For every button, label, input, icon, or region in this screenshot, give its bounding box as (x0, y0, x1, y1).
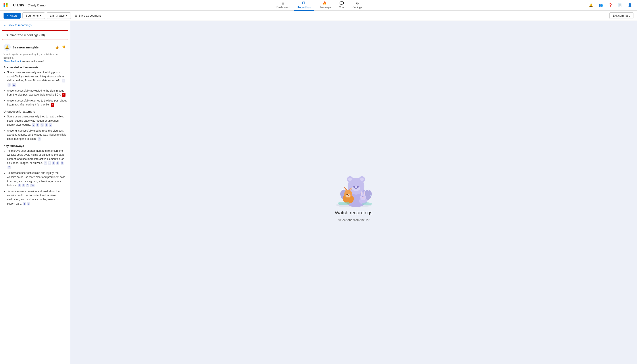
save-segment-label: Save as segment (79, 14, 101, 17)
ref-tag[interactable]: 3 (26, 184, 29, 187)
nav-item-recordings[interactable]: Recordings (294, 0, 314, 11)
svg-point-39 (368, 190, 369, 191)
nav-label-recordings: Recordings (297, 6, 311, 9)
nav-center: ⊞ Dashboard Recordings 🔥 Heatmaps 💬 Chat… (53, 0, 586, 11)
svg-point-14 (355, 188, 357, 189)
insights-ai-disclaimer: Your insights are powered by AI, so mist… (4, 52, 67, 60)
nav-item-chat[interactable]: 💬 Chat (335, 0, 348, 11)
summarized-recordings-row[interactable]: Summarized recordings (10) › (2, 30, 68, 40)
main-view: Watch recordings Select one from the lis… (70, 21, 637, 364)
sidebar: ← Back to recordings Summarized recordin… (0, 21, 70, 364)
document-icon[interactable]: 📄 (617, 2, 624, 9)
ref-tag[interactable]: 8 (57, 162, 60, 165)
nav-item-heatmaps[interactable]: 🔥 Heatmaps (315, 0, 335, 11)
project-name: Clarity Demo (28, 4, 46, 7)
filters-button[interactable]: ≡ Filters (4, 12, 21, 18)
feedback-icons: 👍 👎 (54, 45, 67, 49)
ref-tag[interactable]: 1 (22, 184, 25, 187)
ref-tag[interactable]: 4 (18, 184, 21, 187)
session-insights-panel: 🔔 Session insights 👍 👎 Your insights are… (0, 41, 70, 364)
nav-label-chat: Chat (339, 6, 344, 9)
settings-icon: ⚙ (356, 1, 359, 5)
svg-marker-1 (305, 2, 306, 3)
section-title-takeaways: Key takeaways (4, 144, 67, 148)
insights-avatar-icon: 🔔 (4, 44, 11, 51)
svg-point-8 (360, 178, 364, 181)
takeaways-list: To improve user engagement and retention… (4, 149, 67, 206)
summarized-chevron-icon: › (64, 34, 64, 37)
nav-item-dashboard[interactable]: ⊞ Dashboard (273, 0, 293, 11)
ref-tag-highlighted[interactable]: 4 (62, 93, 66, 97)
top-nav: Clarity Clarity Demo ▾ ⊞ Dashboard Recor… (0, 0, 637, 10)
svg-point-30 (360, 194, 366, 200)
date-range-button[interactable]: Last 3 days ▾ (47, 12, 71, 19)
segments-chevron-icon: ▾ (40, 14, 42, 17)
segments-label: Segments (26, 14, 39, 17)
list-item: To increase user conversion and loyalty,… (7, 171, 67, 187)
nav-right-icons: 🔔 👥 ❓ 📄 👤 (587, 2, 633, 9)
achievements-list: Some users successfully read the blog po… (4, 70, 67, 107)
thumbdown-icon[interactable]: 👎 (61, 45, 67, 49)
list-item: To improve user engagement and retention… (7, 149, 67, 170)
ref-tag[interactable]: 2 (44, 162, 47, 165)
ref-tag[interactable]: 7 (8, 166, 11, 169)
ref-tag[interactable]: 1 (62, 79, 65, 82)
ref-tag[interactable]: 8 (45, 123, 48, 127)
account-icon[interactable]: 👤 (626, 2, 633, 9)
project-chevron-icon: ▾ (47, 4, 48, 6)
svg-point-42 (338, 202, 350, 205)
nav-label-settings: Settings (352, 6, 362, 9)
thumbup-icon[interactable]: 👍 (54, 45, 60, 49)
dashboard-icon: ⊞ (281, 1, 284, 5)
ref-tag[interactable]: 6 (52, 162, 55, 165)
ref-tag[interactable]: 7 (27, 202, 30, 206)
share-feedback-suffix: so we can improve! (22, 60, 44, 62)
back-label: Back to recordings (8, 24, 32, 27)
brand-divider (10, 3, 11, 8)
list-item: A user successfully navigated to the sig… (7, 89, 67, 97)
ref-tag[interactable]: 10 (30, 184, 35, 187)
svg-point-6 (348, 178, 352, 181)
notifications-icon[interactable]: 🔔 (587, 2, 594, 9)
unsuccessful-list: Some users unsuccessfully tried to read … (4, 114, 67, 141)
exit-summary-button[interactable]: Exit summary (609, 12, 633, 19)
share-icon[interactable]: 👥 (597, 2, 604, 9)
ref-tag[interactable]: 5 (36, 123, 39, 127)
microsoft-logo (4, 3, 8, 7)
svg-point-33 (361, 192, 362, 196)
nav-item-settings[interactable]: ⚙ Settings (349, 0, 365, 11)
segments-button[interactable]: Segments ▾ (22, 12, 45, 19)
date-range-chevron-icon: ▾ (66, 14, 68, 17)
ref-tag[interactable]: 5 (48, 162, 51, 165)
ref-tag[interactable]: 9 (61, 162, 64, 165)
ref-tag-highlighted[interactable]: 7 (51, 103, 54, 107)
ref-tag[interactable]: 10 (12, 83, 16, 87)
ref-tag[interactable]: 3 (8, 83, 11, 87)
back-to-recordings-link[interactable]: ← Back to recordings (0, 21, 70, 30)
date-range-label: Last 3 days (50, 14, 65, 17)
ref-tag[interactable]: 9 (49, 123, 52, 127)
ref-tag[interactable]: 7 (38, 137, 41, 141)
svg-point-43 (362, 202, 372, 206)
save-segment-icon: ⊞ (75, 14, 77, 17)
svg-point-40 (340, 194, 341, 196)
svg-point-34 (364, 192, 365, 196)
svg-point-35 (362, 196, 363, 197)
insights-title: Session insights (13, 45, 53, 49)
toolbar: ≡ Filters Segments ▾ Last 3 days ▾ ⊞ Sav… (0, 10, 637, 21)
svg-point-41 (370, 195, 371, 196)
nav-label-heatmaps: Heatmaps (319, 6, 331, 9)
heatmaps-icon: 🔥 (323, 1, 327, 5)
ref-tag[interactable]: 6 (41, 123, 44, 127)
save-segment-button[interactable]: ⊞ Save as segment (73, 12, 103, 18)
ref-tag[interactable]: 1 (23, 202, 26, 206)
svg-point-36 (364, 196, 364, 197)
watch-recordings-container: Watch recordings Select one from the lis… (329, 163, 378, 222)
project-selector[interactable]: Clarity Demo ▾ (26, 3, 49, 8)
share-feedback-link[interactable]: Share feedback (4, 60, 22, 62)
summarized-recordings-label: Summarized recordings (10) (6, 34, 45, 37)
help-icon[interactable]: ❓ (607, 2, 614, 9)
list-item: Some users unsuccessfully tried to read … (7, 114, 67, 127)
ref-tag[interactable]: 2 (32, 123, 35, 127)
back-arrow-icon: ← (4, 24, 7, 27)
